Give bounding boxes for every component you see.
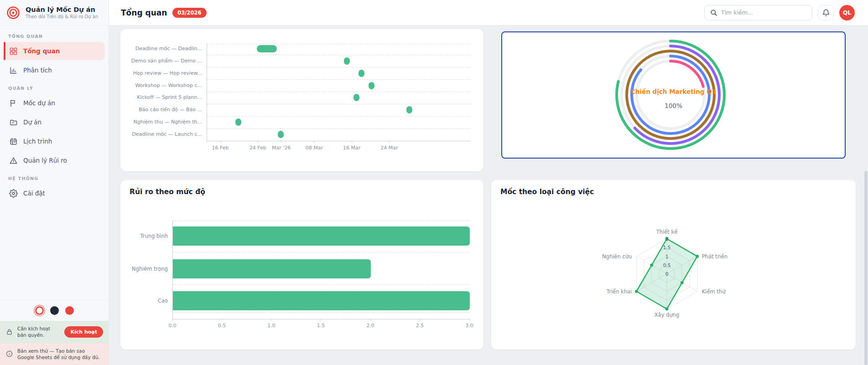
timeline-point[interactable] (369, 82, 374, 89)
gridline (172, 313, 469, 313)
timeline-row-label: Deadline mốc — Deadlin... (120, 46, 202, 51)
radar-tick-label: 1.5 (663, 245, 671, 250)
x-axis-tick (172, 319, 173, 321)
x-tick-label: 0.0 (162, 323, 182, 329)
sidebar-item-label: Mốc dự án (23, 99, 55, 107)
header: Tổng quan 03/2026 QL (109, 0, 868, 26)
bar-category-label: Trung bình (122, 233, 168, 239)
license-notice: Cần kích hoạt bản quyền. Kích hoạt (0, 321, 109, 343)
theme-dot-red[interactable] (65, 306, 74, 315)
x-axis-tick (271, 319, 272, 321)
bar[interactable] (173, 259, 371, 278)
page-title: Tổng quan (121, 8, 167, 17)
gridline (207, 116, 471, 117)
flag-icon (9, 99, 18, 108)
radar-axis-label: Nghiên cứu (602, 253, 632, 260)
theme-dot-white[interactable] (35, 306, 44, 315)
search-box[interactable] (704, 5, 812, 21)
x-tick-label: 24 Mar (374, 145, 404, 151)
bar-chart-icon (9, 66, 18, 75)
alert-triangle-icon (9, 156, 18, 165)
x-axis-tick (352, 141, 352, 143)
avatar[interactable]: QL (839, 5, 855, 21)
notifications-button[interactable] (818, 5, 834, 21)
sidebar-item-quan-ly-rui-ro[interactable]: Quản lý Rủi ro (4, 151, 105, 170)
search-input[interactable] (721, 9, 807, 16)
sidebar-item-label: Quản lý Rủi ro (23, 157, 67, 164)
milestone-timeline-card: Deadline mốc — Deadlin...Demo sản phẩm —… (120, 29, 483, 171)
x-axis-tick (220, 141, 221, 143)
search-icon (710, 9, 717, 16)
timeline-point[interactable] (257, 45, 277, 52)
risk-severity-card: Rủi ro theo mức độ Trung bìnhNghiêm trọn… (120, 180, 483, 350)
gridline (207, 55, 471, 55)
app-logo-row: Quản lý Mốc Dự án Theo dõi Tiến độ & Rủi… (0, 0, 109, 26)
radar-tick-label: 0.5 (663, 262, 671, 268)
sidebar-item-cai-dat[interactable]: Cài đặt (4, 184, 105, 202)
x-tick-label: 16 Feb (206, 145, 235, 151)
sidebar-bottom: Cần kích hoạt bản quyền. Kích hoạt Bản x… (0, 300, 109, 365)
radar-vertex[interactable] (681, 281, 684, 284)
x-axis-tick (420, 319, 420, 321)
trial-notice-text: Bản xem thử — Tạo bản sao Google Sheets … (17, 348, 103, 360)
radar-tick-label: 1 (665, 254, 669, 259)
project-progress-rings-card[interactable]: Chiến dịch Marketing Q1 100% (501, 31, 846, 159)
milestone-type-card: Mốc theo loại công việc 00.511.52Thiết k… (491, 180, 856, 350)
timeline-point[interactable] (278, 131, 284, 138)
timeline-row-label: Demo sản phẩm — Demo ... (120, 58, 202, 64)
x-tick-label: 16 Mar (337, 145, 366, 151)
trial-notice: Bản xem thử — Tạo bản sao Google Sheets … (0, 343, 109, 365)
sidebar-item-tong-quan[interactable]: Tổng quan (4, 42, 105, 60)
sidebar-item-label: Tổng quan (23, 47, 60, 55)
lock-icon (5, 328, 13, 336)
gear-icon (9, 189, 18, 198)
bar-category-label: Cao (122, 298, 168, 304)
bar[interactable] (173, 226, 470, 246)
activate-button[interactable]: Kích hoạt (64, 326, 103, 338)
sidebar-item-moc-du-an[interactable]: Mốc dự án (4, 94, 105, 112)
x-tick-label: 1.0 (261, 323, 281, 329)
x-tick-label: 0.5 (212, 323, 232, 329)
radar-vertex[interactable] (696, 255, 699, 258)
radar-tick-label: 2 (665, 236, 669, 242)
x-tick-label: Mar '26 (267, 145, 296, 151)
sidebar-item-label: Lịch trình (23, 138, 52, 145)
timeline-point[interactable] (353, 94, 359, 101)
timeline-point[interactable] (344, 57, 350, 65)
period-badge: 03/2026 (172, 8, 206, 18)
radar-vertex[interactable] (665, 308, 669, 311)
timeline-point[interactable] (235, 118, 241, 126)
timeline-row-label: Workshop — Workshop c... (120, 82, 202, 88)
x-tick-label: 2.5 (410, 323, 430, 329)
radar-axis-label: Kiểm thử (702, 288, 726, 295)
gridline (207, 104, 471, 104)
theme-dot-dark-navy[interactable] (50, 306, 59, 315)
bar[interactable] (173, 291, 470, 310)
sidebar-item-phan-tich[interactable]: Phân tích (4, 61, 105, 79)
radar-axis-label: Thiết kế (656, 229, 678, 235)
timeline-row-label: Deadline mốc — Launch c... (120, 131, 202, 137)
timeline-point[interactable] (406, 106, 412, 113)
radar-axis-label: Triển khai (606, 288, 632, 295)
vertical-scrollbar[interactable] (864, 171, 868, 365)
sidebar-item-du-an[interactable]: Dự án (4, 113, 105, 131)
nav-section-label: TỔNG QUAN (8, 34, 100, 39)
timeline-row-label: Nghiệm thu — Nghiệm th... (120, 119, 202, 125)
x-axis-tick (321, 319, 321, 321)
gridline (207, 92, 471, 92)
radar-vertex[interactable] (635, 290, 638, 293)
nav-section-label: QUẢN LÝ (8, 86, 100, 91)
timeline-point[interactable] (359, 70, 364, 77)
x-axis-tick (370, 319, 371, 321)
nav-section-label: HỆ THỐNG (8, 176, 100, 181)
calendar-icon (9, 137, 18, 146)
x-axis-tick (222, 319, 222, 321)
timeline-row-label: Kickoff — Sprint 5 plann... (120, 94, 202, 100)
timeline-row-label: Họp review — Họp review... (120, 70, 202, 76)
sidebar-item-lich-trinh[interactable]: Lịch trình (4, 132, 105, 150)
x-axis-line (207, 141, 471, 141)
x-tick-label: 1.5 (311, 323, 331, 329)
radar-vertex[interactable] (650, 263, 653, 267)
bar-category-label: Nghiêm trọng (122, 266, 168, 272)
rings-center-title: Chiến dịch Marketing Q1 (502, 88, 845, 95)
